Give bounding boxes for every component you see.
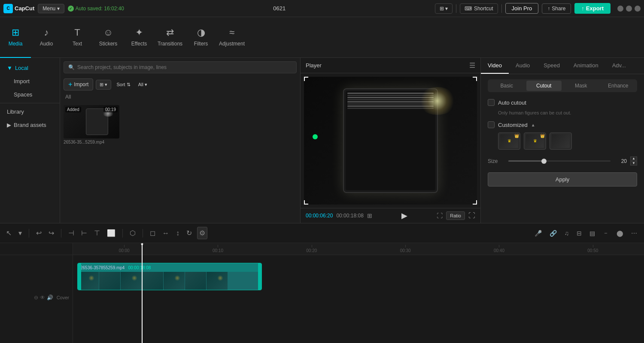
toolbar-item-filters[interactable]: ◑ Filters (185, 17, 216, 58)
zoom-out-button[interactable]: － (600, 228, 611, 239)
menu-button[interactable]: Menu ▾ (38, 4, 64, 13)
grid-view-button[interactable]: ⊞ ▾ (96, 80, 111, 90)
select-tool-button[interactable]: ↖ (4, 227, 13, 239)
clip-resize-right-handle[interactable] (258, 263, 261, 290)
media-panel: 🔍 + Import ⊞ ▾ Sort ⇅ All ▾ All (60, 58, 301, 223)
subtab-cutout[interactable]: Cutout (526, 81, 562, 91)
sidebar-item-local[interactable]: ▼ Local (0, 61, 60, 75)
auto-cutout-checkbox[interactable] (488, 99, 495, 106)
stickers-label: Stickers (99, 41, 118, 47)
subtab-enhance[interactable]: Enhance (601, 81, 636, 91)
media-icon: ⊞ (12, 27, 19, 38)
tab-video[interactable]: Video (481, 58, 509, 74)
logo-icon: C (3, 4, 13, 13)
tab-audio[interactable]: Audio (509, 58, 537, 74)
layout-button[interactable]: ⊞ ▾ (435, 3, 453, 14)
freeze-button[interactable]: ⬡ (128, 227, 137, 239)
mic-button[interactable]: 🎤 (532, 228, 544, 239)
toolbar-item-media[interactable]: ⊞ Media (0, 17, 31, 58)
clip-filename: 26536-35...5259.mp4 (64, 140, 119, 144)
export-button[interactable]: ↑ Export (574, 3, 611, 14)
ruler-mark-0: 00:00 (77, 248, 171, 253)
size-increment-button[interactable]: ▲ (630, 156, 637, 161)
apply-button[interactable]: Apply (488, 172, 637, 187)
split-button[interactable]: ⊣ (67, 227, 76, 239)
import-label: Import (74, 81, 88, 87)
list-item[interactable]: Added 00:19 26536-35...5259.mp4 (64, 105, 119, 220)
size-decrement-button[interactable]: ▼ (630, 161, 637, 165)
delete-button[interactable]: ⬜ (105, 227, 117, 239)
subtitle-button[interactable]: ⊟ (574, 228, 584, 239)
subtab-basic[interactable]: Basic (489, 81, 525, 91)
subtab-mask[interactable]: Mask (563, 81, 599, 91)
filter-button[interactable]: All ▾ (136, 80, 150, 89)
chapters-button[interactable]: ⊞ (367, 212, 372, 219)
ratio-button[interactable]: Ratio (446, 211, 465, 220)
effects-label: Effects (131, 41, 147, 47)
more-button[interactable]: ⋯ (629, 228, 640, 239)
flip-h-button[interactable]: ↔ (161, 228, 171, 239)
undo-button[interactable]: ↩ (34, 227, 43, 239)
redo-button[interactable]: ↪ (47, 227, 56, 239)
clip-settings-button[interactable]: ⚙ (197, 227, 207, 239)
play-button[interactable]: ▶ (401, 211, 407, 220)
style-option-1[interactable]: ♛ (498, 132, 520, 150)
style-preview-1: ♛ (500, 134, 519, 148)
style-option-3[interactable] (550, 132, 572, 150)
customized-checkbox[interactable] (488, 121, 495, 128)
import-button[interactable]: + Import (64, 78, 93, 90)
size-slider-thumb (541, 159, 547, 164)
size-slider[interactable] (508, 160, 611, 162)
media-grid: Added 00:19 26536-35...5259.mp4 (60, 102, 300, 223)
fullscreen-button[interactable]: ⛶ (468, 212, 475, 220)
toolbar-item-text[interactable]: T Text (62, 17, 93, 58)
timeline-labels: ⊖ 👁 🔊 Cover (0, 243, 73, 343)
adjustment-icon: ≈ (229, 27, 234, 38)
ruler-mark-20: 00:20 (265, 248, 358, 253)
search-input[interactable] (77, 64, 292, 70)
left-divider (0, 103, 60, 103)
tab-adv[interactable]: Adv... (605, 58, 633, 74)
split-both-button[interactable]: ⊤ (92, 227, 102, 239)
audio-track-button[interactable]: ♫ (562, 228, 572, 239)
eye-icon[interactable]: 👁 (40, 295, 45, 301)
close-button[interactable] (635, 6, 641, 12)
video-clip[interactable]: 26536-357855259.mp4 00:00:18:08 (77, 263, 262, 290)
player-menu-button[interactable]: ☰ (469, 61, 475, 69)
share-button[interactable]: ↑ Share (542, 3, 571, 14)
volume-icon[interactable]: 🔊 (47, 295, 53, 301)
toolbar-item-stickers[interactable]: ☺ Stickers (93, 17, 124, 58)
clip-resize-left-handle[interactable] (78, 263, 81, 290)
color-button[interactable]: ⬤ (614, 228, 626, 239)
sidebar-item-library[interactable]: Library (0, 105, 60, 118)
sidebar-item-spaces[interactable]: Spaces (0, 88, 60, 101)
text-icon: T (74, 27, 80, 38)
flip-v-button[interactable]: ↕ (174, 228, 181, 239)
toolbar-item-effects[interactable]: ✦ Effects (124, 17, 155, 58)
sidebar-item-brand-assets[interactable]: ▶ Brand assets (0, 118, 60, 132)
right-panel-content: Basic Cutout Mask Enhance Auto cutout On… (481, 74, 644, 223)
link-button[interactable]: 🔗 (547, 228, 559, 239)
player-controls: 00:00:06:20 00:00:18:08 ⊞ ▶ ⛶ Ratio ⛶ (301, 208, 480, 223)
fit-screen-button[interactable]: ⛶ (437, 212, 443, 219)
caption-button[interactable]: ▤ (587, 228, 598, 239)
toolbar-item-transitions[interactable]: ⇄ Transitions (155, 17, 185, 58)
toolbar-separator-3 (122, 229, 123, 238)
split-right-button[interactable]: ⊢ (79, 227, 89, 239)
minimize-button[interactable] (617, 6, 623, 12)
select-mode-button[interactable]: ▾ (17, 227, 24, 239)
style-option-2[interactable]: ♛ (524, 132, 546, 150)
toolbar-item-audio[interactable]: ♪ Audio (31, 17, 62, 58)
toolbar-item-adjustment[interactable]: ≈ Adjustment (216, 17, 247, 58)
sort-button[interactable]: Sort ⇅ (114, 80, 133, 89)
maximize-button[interactable] (626, 6, 632, 12)
brand-assets-label: Brand assets (14, 122, 46, 128)
tab-animation[interactable]: Animation (567, 58, 605, 74)
join-pro-button[interactable]: Join Pro (505, 3, 539, 14)
crop-button[interactable]: ◻ (148, 227, 157, 239)
rotate-button[interactable]: ↻ (185, 227, 194, 239)
tab-speed[interactable]: Speed (537, 58, 567, 74)
minus-track-icon[interactable]: ⊖ (34, 295, 38, 301)
sidebar-item-import[interactable]: Import (0, 75, 60, 88)
shortcut-button[interactable]: ⌨ Shortcut (460, 3, 498, 14)
